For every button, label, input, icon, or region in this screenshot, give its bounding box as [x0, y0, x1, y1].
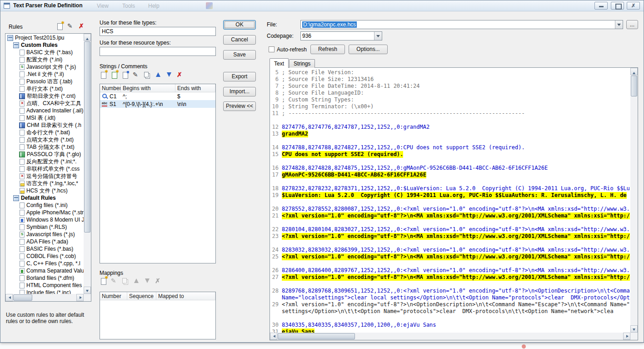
scrollbar-thumb[interactable] [84, 41, 90, 233]
tree-item[interactable]: 逗号分隔值(支持冒号 [6, 172, 84, 180]
tree-item[interactable]: MSI 表 (.idt) [6, 114, 84, 121]
tab-strings[interactable]: Strings [289, 59, 315, 68]
tree-item[interactable]: 反向配置文件 (*.ini;*. [6, 158, 84, 165]
tree-item[interactable]: Comma Separated Value [6, 267, 84, 274]
codepage-combobox[interactable]: 936 [300, 31, 382, 40]
scroll-right-button[interactable] [76, 294, 84, 301]
scroll-up-button[interactable] [630, 68, 638, 75]
text-line [271, 315, 630, 322]
scroll-left-button[interactable] [5, 294, 13, 301]
scroll-right-button[interactable] [623, 333, 630, 340]
strings-list-row[interactable]: S1^[0-9,\|\-]{4,}:.+\n\n\n [100, 100, 215, 108]
export-button[interactable]: Export [223, 72, 256, 81]
auto-refresh-checkbox[interactable] [269, 46, 275, 52]
edit-entry-button[interactable] [132, 71, 140, 79]
scrollbar-thumb[interactable] [631, 76, 637, 96]
tree-item[interactable]: C, C++ Files (*.cpp, *.l [6, 260, 84, 267]
move-up-button[interactable] [154, 71, 162, 79]
delete-rule-button[interactable] [78, 22, 86, 30]
vertical-scrollbar[interactable] [630, 68, 638, 333]
column-header[interactable]: Number [100, 84, 121, 92]
chevron-down-icon[interactable] [374, 32, 382, 40]
scroll-left-button[interactable] [270, 333, 277, 340]
add-comment-button[interactable] [100, 71, 108, 79]
tree-item[interactable]: TAB 分隔文本 (*.txt) [6, 143, 84, 151]
tree-item-label: Advanced Installer (.ail) [26, 107, 83, 114]
tree-item[interactable]: 帮助目录文件 (*.cnt) [6, 92, 84, 100]
vertical-scrollbar[interactable] [84, 34, 91, 294]
scrollbar-thumb[interactable] [278, 333, 355, 339]
new-rule-button[interactable] [56, 22, 64, 30]
tree-item[interactable]: BASIC 文件 (*.bas) [6, 49, 84, 56]
scroll-up-button[interactable] [84, 34, 91, 41]
tree-item[interactable]: ADA Files (*.ada) [6, 238, 84, 245]
delete-entry-button[interactable] [176, 71, 184, 79]
import-button[interactable]: Import... [223, 87, 256, 96]
tree-item[interactable]: CHM 目录索引文件 (.h [6, 121, 84, 129]
tree-item[interactable]: 命令行文件 (*.bat) [6, 129, 84, 136]
save-button[interactable]: Save [223, 50, 256, 60]
browse-button[interactable]: ... [626, 20, 638, 29]
ok-button[interactable]: OK [223, 20, 256, 30]
tree-item[interactable]: 单行文本 (*.txt) [6, 85, 84, 92]
scrollbar-thumb[interactable] [13, 294, 32, 301]
tree-item[interactable]: Custom Rules [6, 41, 84, 49]
tree-item[interactable]: Include files (*.inc) [6, 289, 84, 294]
cancel-button[interactable]: Cancel [223, 35, 256, 45]
tree-item[interactable]: Borland files (*.dfm) [6, 274, 84, 282]
tree-item[interactable]: Project Test2015.lpu [6, 34, 84, 41]
column-header[interactable]: Mapped to [156, 292, 215, 300]
tree-item[interactable]: 点晴文本文件 (*.txt) [6, 136, 84, 143]
tree-item[interactable]: Default Rules [6, 194, 84, 202]
scroll-down-button[interactable] [84, 287, 91, 294]
add-mapping-button[interactable] [100, 277, 108, 285]
tree-item[interactable]: 语言文件 (*.lng,*.loc,* [6, 180, 84, 187]
add-string-button[interactable] [110, 71, 119, 79]
tab-text[interactable]: Text [270, 58, 289, 68]
tree-item[interactable]: HCS 文件 (*.hcs) [6, 187, 84, 194]
column-header[interactable]: Begins with [121, 84, 175, 92]
column-header[interactable]: Sequence [127, 292, 156, 300]
edit-rule-button[interactable] [67, 22, 75, 30]
tree-item[interactable]: 配置文件 (*.ini) [6, 56, 84, 63]
options-button[interactable]: Options... [349, 45, 388, 54]
move-down-button[interactable] [165, 71, 173, 79]
resource-types-input[interactable] [100, 47, 216, 56]
tree-item[interactable]: COBOL Files (*.cob) [6, 253, 84, 260]
add-inline-pattern-button[interactable] [121, 71, 130, 79]
tree-item[interactable]: Symbian (*.RLS) [6, 223, 84, 231]
strings-list-row[interactable]: C1^;$ [100, 92, 215, 100]
tree-item[interactable]: Apple iPhone/Mac (*.str [6, 209, 84, 216]
tree-item[interactable]: Advanced Installer (.ail) [6, 107, 84, 114]
preview-toggle-button[interactable]: Preview << [223, 101, 256, 111]
file-combobox[interactable]: D:\gma2onpc.exe.hcs [300, 20, 623, 29]
tree-item[interactable]: .Net il 文件 (*.il) [6, 71, 84, 78]
file-types-input[interactable] [100, 27, 216, 36]
preview-text[interactable]: 5; Source File Version:6; Source File Si… [270, 68, 630, 333]
horizontal-scrollbar[interactable] [5, 294, 84, 301]
line-number: 19 [271, 192, 282, 199]
column-header[interactable]: Number [100, 292, 127, 300]
tree-item[interactable]: Windows 8 Modern UI J [6, 216, 84, 223]
tree-item[interactable]: Javascript files (*.js) [6, 231, 84, 238]
minimize-button[interactable] [594, 2, 608, 10]
close-button[interactable] [627, 2, 640, 10]
tree-item[interactable]: Config files (*.ini) [6, 202, 84, 209]
maximize-button[interactable] [611, 2, 624, 10]
tree-item[interactable]: BASIC Files (*.bas) [6, 245, 84, 253]
chevron-down-icon[interactable] [615, 20, 623, 29]
tree-item-label: Project Test2015.lpu [15, 35, 65, 41]
tree-item[interactable]: 串联样式单文件 (*.css [6, 165, 84, 172]
tree-item[interactable]: Javascript 文件 (*.js) [6, 63, 84, 71]
refresh-button[interactable]: Refresh [310, 45, 345, 54]
titlebar[interactable]: Text Parser Rule Definition ViewToolsHel… [0, 0, 644, 11]
tree-item[interactable]: HTML Component files ( [6, 282, 84, 289]
horizontal-scrollbar[interactable] [270, 333, 630, 340]
tree-item[interactable]: 点晴、CXA和中文工具 [6, 100, 84, 107]
copy-entry-button[interactable] [143, 71, 151, 79]
rule-number-cell: S1 [100, 101, 121, 107]
scroll-down-button[interactable] [630, 325, 638, 333]
tree-item[interactable]: PASSOLO 字典 (*.glo) [6, 151, 84, 158]
column-header[interactable]: Ends with [175, 84, 215, 92]
tree-item[interactable]: Passolo 语言 (.tab) [6, 78, 84, 85]
